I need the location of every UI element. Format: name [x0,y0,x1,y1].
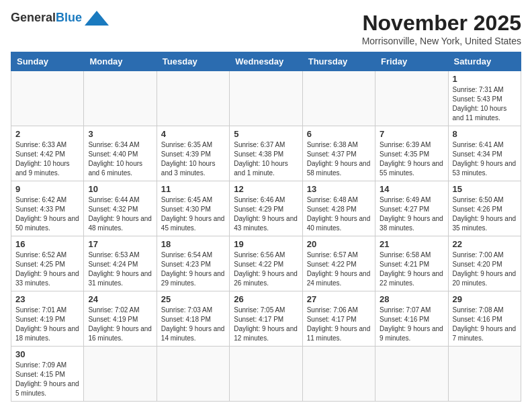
day-number: 23 [15,294,79,304]
col-saturday: Saturday [448,52,521,71]
day-number: 6 [307,129,371,139]
calendar-cell: 18Sunrise: 6:54 AM Sunset: 4:23 PM Dayli… [157,236,229,291]
calendar-cell [11,71,84,126]
calendar-week-2: 2Sunrise: 6:33 AM Sunset: 4:42 PM Daylig… [11,126,521,181]
day-number: 28 [380,294,443,304]
day-info: Sunrise: 6:34 AM Sunset: 4:40 PM Dayligh… [88,140,152,178]
day-info: Sunrise: 7:05 AM Sunset: 4:17 PM Dayligh… [234,306,298,343]
calendar-week-4: 16Sunrise: 6:52 AM Sunset: 4:25 PM Dayli… [11,236,521,291]
calendar-cell [84,71,157,126]
day-number: 1 [453,74,517,84]
day-info: Sunrise: 6:50 AM Sunset: 4:26 PM Dayligh… [453,195,517,233]
day-info: Sunrise: 7:06 AM Sunset: 4:17 PM Dayligh… [307,306,371,343]
logo-icon [85,11,109,26]
day-info: Sunrise: 6:53 AM Sunset: 4:24 PM Dayligh… [88,250,152,288]
day-info: Sunrise: 7:31 AM Sunset: 5:43 PM Dayligh… [453,85,517,123]
day-info: Sunrise: 6:57 AM Sunset: 4:22 PM Dayligh… [307,250,371,288]
calendar-cell: 21Sunrise: 6:58 AM Sunset: 4:21 PM Dayli… [375,236,448,291]
day-info: Sunrise: 6:48 AM Sunset: 4:28 PM Dayligh… [307,195,371,233]
day-info: Sunrise: 7:03 AM Sunset: 4:18 PM Dayligh… [161,306,225,343]
calendar-cell: 7Sunrise: 6:39 AM Sunset: 4:35 PM Daylig… [375,126,448,181]
calendar-cell: 20Sunrise: 6:57 AM Sunset: 4:22 PM Dayli… [302,236,375,291]
day-info: Sunrise: 6:52 AM Sunset: 4:25 PM Dayligh… [15,250,79,288]
calendar-cell: 10Sunrise: 6:44 AM Sunset: 4:32 PM Dayli… [84,181,157,236]
calendar-week-1: 1Sunrise: 7:31 AM Sunset: 5:43 PM Daylig… [11,71,521,126]
day-info: Sunrise: 6:44 AM Sunset: 4:32 PM Dayligh… [88,195,152,233]
col-wednesday: Wednesday [230,52,302,71]
page-header: GeneralBlue November 2025 Morrisonville,… [11,11,521,46]
day-info: Sunrise: 6:41 AM Sunset: 4:34 PM Dayligh… [453,140,517,178]
day-number: 11 [161,184,225,194]
calendar-cell: 19Sunrise: 6:56 AM Sunset: 4:22 PM Dayli… [230,236,302,291]
day-info: Sunrise: 6:54 AM Sunset: 4:23 PM Dayligh… [161,250,225,288]
calendar-week-6: 30Sunrise: 7:09 AM Sunset: 4:15 PM Dayli… [11,347,521,402]
day-number: 16 [15,239,79,249]
day-info: Sunrise: 6:39 AM Sunset: 4:35 PM Dayligh… [380,140,443,178]
calendar-cell: 15Sunrise: 6:50 AM Sunset: 4:26 PM Dayli… [448,181,521,236]
day-info: Sunrise: 6:38 AM Sunset: 4:37 PM Dayligh… [307,140,371,178]
calendar-cell [157,71,229,126]
day-number: 30 [15,349,79,359]
day-info: Sunrise: 6:37 AM Sunset: 4:38 PM Dayligh… [234,140,298,178]
col-tuesday: Tuesday [157,52,229,71]
month-title: November 2025 [362,11,521,36]
day-number: 22 [453,239,517,249]
day-info: Sunrise: 6:49 AM Sunset: 4:27 PM Dayligh… [380,195,443,233]
col-monday: Monday [84,52,157,71]
calendar-cell: 28Sunrise: 7:07 AM Sunset: 4:16 PM Dayli… [375,291,448,347]
day-info: Sunrise: 7:09 AM Sunset: 4:15 PM Dayligh… [15,361,79,398]
day-info: Sunrise: 6:45 AM Sunset: 4:30 PM Dayligh… [161,195,225,233]
col-sunday: Sunday [11,52,84,71]
day-info: Sunrise: 7:01 AM Sunset: 4:19 PM Dayligh… [15,306,79,343]
day-number: 4 [161,129,225,139]
calendar-week-3: 9Sunrise: 6:42 AM Sunset: 4:33 PM Daylig… [11,181,521,236]
day-number: 14 [380,184,443,194]
calendar-cell: 27Sunrise: 7:06 AM Sunset: 4:17 PM Dayli… [302,291,375,347]
calendar-cell: 22Sunrise: 7:00 AM Sunset: 4:20 PM Dayli… [448,236,521,291]
logo-blue-text: Blue [56,11,82,24]
calendar-cell [230,347,302,402]
calendar-cell [302,347,375,402]
day-info: Sunrise: 6:33 AM Sunset: 4:42 PM Dayligh… [15,140,79,178]
day-number: 18 [161,239,225,249]
day-info: Sunrise: 6:46 AM Sunset: 4:29 PM Dayligh… [234,195,298,233]
day-info: Sunrise: 6:58 AM Sunset: 4:21 PM Dayligh… [380,250,443,288]
calendar-cell: 25Sunrise: 7:03 AM Sunset: 4:18 PM Dayli… [157,291,229,347]
day-number: 12 [234,184,298,194]
calendar-cell: 11Sunrise: 6:45 AM Sunset: 4:30 PM Dayli… [157,181,229,236]
day-number: 13 [307,184,371,194]
day-info: Sunrise: 7:00 AM Sunset: 4:20 PM Dayligh… [453,250,517,288]
logo: GeneralBlue [11,11,109,26]
day-number: 10 [88,184,152,194]
day-info: Sunrise: 6:56 AM Sunset: 4:22 PM Dayligh… [234,250,298,288]
calendar-cell: 2Sunrise: 6:33 AM Sunset: 4:42 PM Daylig… [11,126,84,181]
calendar-cell: 5Sunrise: 6:37 AM Sunset: 4:38 PM Daylig… [230,126,302,181]
logo-text: GeneralBlue [11,11,82,25]
day-number: 15 [453,184,517,194]
day-info: Sunrise: 7:07 AM Sunset: 4:16 PM Dayligh… [380,306,443,343]
day-info: Sunrise: 7:08 AM Sunset: 4:16 PM Dayligh… [453,306,517,343]
calendar-cell [230,71,302,126]
day-number: 27 [307,294,371,304]
day-info: Sunrise: 6:42 AM Sunset: 4:33 PM Dayligh… [15,195,79,233]
calendar-cell: 4Sunrise: 6:35 AM Sunset: 4:39 PM Daylig… [157,126,229,181]
day-number: 5 [234,129,298,139]
calendar-cell: 13Sunrise: 6:48 AM Sunset: 4:28 PM Dayli… [302,181,375,236]
calendar-cell [84,347,157,402]
location: Morrisonville, New York, United States [362,36,521,46]
calendar-cell: 8Sunrise: 6:41 AM Sunset: 4:34 PM Daylig… [448,126,521,181]
col-friday: Friday [375,52,448,71]
calendar-cell: 29Sunrise: 7:08 AM Sunset: 4:16 PM Dayli… [448,291,521,347]
calendar-cell: 3Sunrise: 6:34 AM Sunset: 4:40 PM Daylig… [84,126,157,181]
calendar-cell: 9Sunrise: 6:42 AM Sunset: 4:33 PM Daylig… [11,181,84,236]
day-number: 24 [88,294,152,304]
day-info: Sunrise: 6:35 AM Sunset: 4:39 PM Dayligh… [161,140,225,178]
calendar-cell: 23Sunrise: 7:01 AM Sunset: 4:19 PM Dayli… [11,291,84,347]
day-number: 2 [15,129,79,139]
calendar-cell [375,71,448,126]
calendar-cell [448,347,521,402]
calendar-cell: 24Sunrise: 7:02 AM Sunset: 4:19 PM Dayli… [84,291,157,347]
calendar-cell [375,347,448,402]
day-number: 17 [88,239,152,249]
calendar-cell: 17Sunrise: 6:53 AM Sunset: 4:24 PM Dayli… [84,236,157,291]
